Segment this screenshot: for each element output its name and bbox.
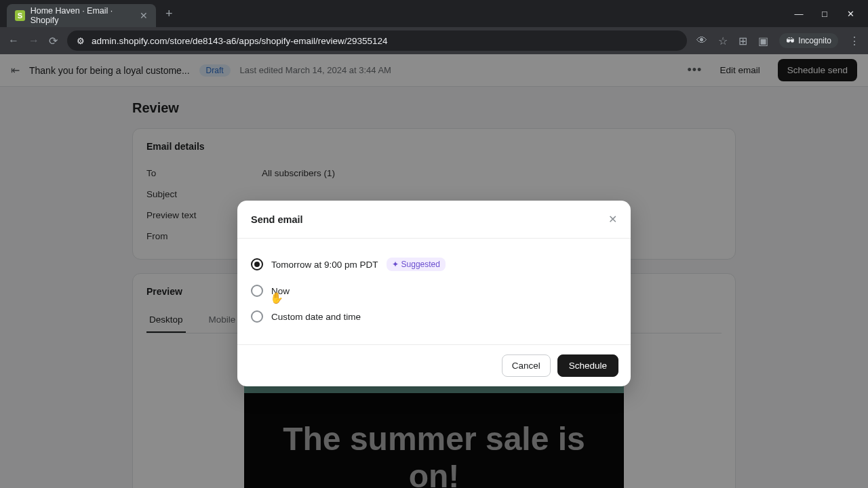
back-icon[interactable]: ← [8,35,19,47]
url-bar[interactable]: ⚙ admin.shopify.com/store/de8143-a6/apps… [67,30,687,51]
suggested-badge: ✦ Suggested [387,258,446,271]
browser-tab-strip: S Home Haven · Email · Shopify ✕ + — □ ✕ [0,0,868,27]
radio-icon [251,310,263,323]
sparkle-icon: ✦ [392,260,399,269]
forward-icon[interactable]: → [28,35,39,47]
radio-label: Now [271,286,290,296]
send-email-modal: Send email ✕ Tomorrow at 9:00 pm PDT ✦ S… [237,201,631,386]
window-controls: — □ ✕ [793,9,861,19]
incognito-badge[interactable]: 🕶 Incognito [779,33,838,48]
radio-label: Custom date and time [271,312,361,322]
tab-title: Home Haven · Email · Shopify [31,6,134,25]
radio-icon [251,285,263,297]
url-text: admin.shopify.com/store/de8143-a6/apps/s… [92,36,388,46]
side-panel-icon[interactable]: ▣ [758,35,768,47]
modal-close-icon[interactable]: ✕ [608,213,617,226]
incognito-icon: 🕶 [786,36,794,45]
radio-option-now[interactable]: Now [251,278,617,304]
radio-option-suggested[interactable]: Tomorrow at 9:00 pm PDT ✦ Suggested [251,251,617,278]
favicon-icon: S [15,10,25,21]
site-settings-icon[interactable]: ⚙ [77,36,85,46]
radio-label: Tomorrow at 9:00 pm PDT [271,260,378,270]
extensions-icon[interactable]: ⊞ [738,35,747,47]
tab-close-icon[interactable]: ✕ [140,10,148,21]
modal-title: Send email [251,214,303,225]
eye-off-icon[interactable]: 👁 [696,35,707,47]
browser-menu-icon[interactable]: ⋮ [849,35,860,47]
cancel-button[interactable]: Cancel [502,354,551,377]
radio-icon [251,258,263,270]
browser-address-bar: ← → ⟳ ⚙ admin.shopify.com/store/de8143-a… [0,27,868,54]
new-tab-button[interactable]: + [161,7,177,21]
close-window-icon[interactable]: ✕ [845,9,856,19]
browser-tab[interactable]: S Home Haven · Email · Shopify ✕ [7,4,156,27]
bookmark-icon[interactable]: ☆ [718,35,728,47]
radio-option-custom[interactable]: Custom date and time [251,304,617,329]
schedule-button[interactable]: Schedule [557,354,618,377]
minimize-icon[interactable]: — [793,9,804,19]
reload-icon[interactable]: ⟳ [49,35,58,47]
maximize-icon[interactable]: □ [819,9,830,19]
